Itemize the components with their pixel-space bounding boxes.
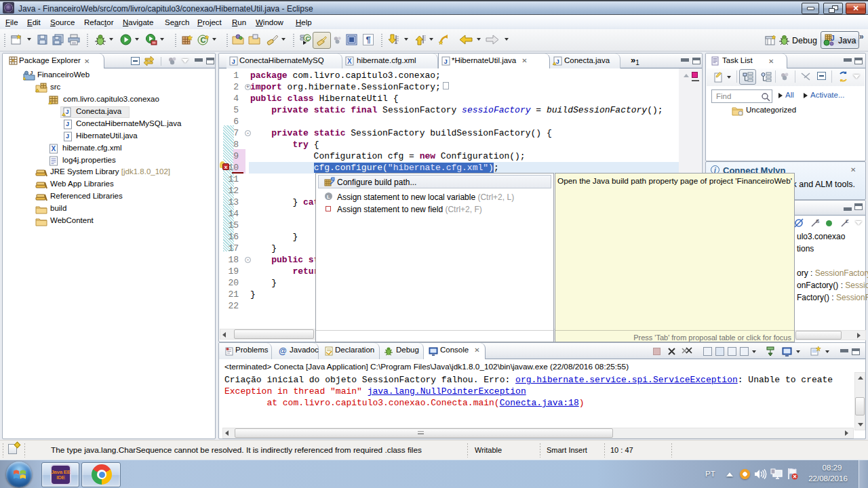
svg-text:C: C (306, 35, 311, 42)
svg-text:J: J (232, 58, 235, 65)
svg-text:J: J (444, 58, 448, 65)
svg-text:X: X (52, 145, 56, 152)
svg-text:S: S (816, 218, 819, 224)
svg-text:J: J (66, 121, 69, 127)
svg-text:L: L (846, 218, 849, 224)
svg-text:X: X (347, 58, 352, 65)
svg-text:J: J (30, 70, 33, 76)
svg-text:J: J (66, 108, 69, 115)
svg-text:J: J (831, 35, 835, 42)
svg-text:J: J (556, 58, 559, 65)
svg-text:J: J (66, 133, 69, 140)
